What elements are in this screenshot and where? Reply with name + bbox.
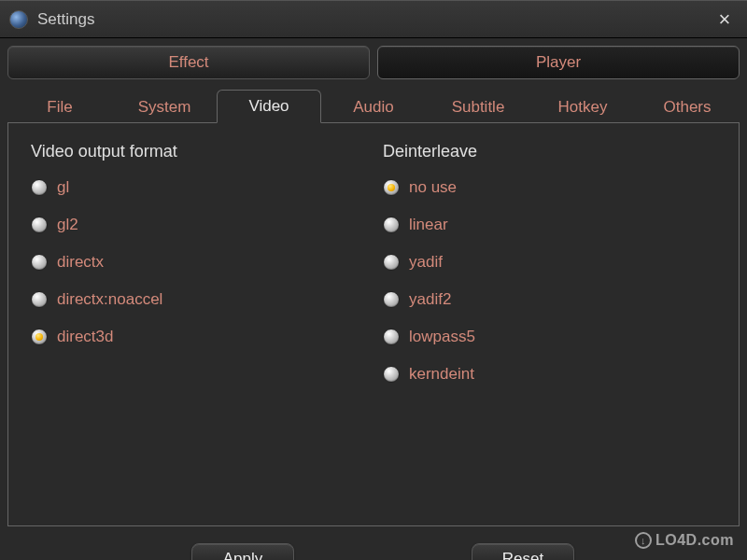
radio-label: yadif2 <box>409 290 451 309</box>
radio-direct3d[interactable]: direct3d <box>31 328 364 346</box>
radio-linear[interactable]: linear <box>383 216 716 234</box>
content-panel: Video output format gl gl2 directx direc… <box>7 123 740 526</box>
subtab-file[interactable]: File <box>7 90 112 123</box>
radio-label: yadif <box>409 253 443 272</box>
radio-no-use[interactable]: no use <box>383 178 716 197</box>
group-title-deinterleave: Deinterleave <box>383 142 716 161</box>
radio-label: directx <box>57 253 104 272</box>
radio-label: direct3d <box>57 328 113 346</box>
apply-button[interactable]: Apply <box>191 543 294 560</box>
app-icon <box>9 10 28 29</box>
radio-icon <box>31 291 48 308</box>
subtab-subtitle[interactable]: Subtitle <box>426 90 530 123</box>
radio-label: directx:noaccel <box>57 290 162 309</box>
radio-icon <box>383 217 400 233</box>
radio-icon <box>383 179 400 196</box>
subtab-system[interactable]: System <box>112 90 217 123</box>
close-icon: × <box>719 7 731 32</box>
radio-kerndeint[interactable]: kerndeint <box>383 365 716 384</box>
radio-icon <box>383 254 400 271</box>
group-video-output: Video output format gl gl2 directx direc… <box>31 142 364 507</box>
reset-button[interactable]: Reset <box>472 543 574 560</box>
radio-directx-noaccel[interactable]: directx:noaccel <box>31 290 364 309</box>
radio-icon <box>31 217 48 233</box>
radio-icon <box>31 179 48 196</box>
group-title-output: Video output format <box>31 142 364 161</box>
group-deinterleave: Deinterleave no use linear yadif yadif2 … <box>383 142 716 507</box>
subtab-video[interactable]: Video <box>217 90 321 123</box>
radio-label: lowpass5 <box>409 328 475 346</box>
radio-label: no use <box>409 178 457 197</box>
subtab-others[interactable]: Others <box>635 90 740 123</box>
subtab-audio[interactable]: Audio <box>321 90 426 123</box>
tab-effect[interactable]: Effect <box>7 46 370 79</box>
radio-yadif2[interactable]: yadif2 <box>383 290 716 309</box>
radio-label: linear <box>409 216 448 234</box>
radio-label: gl2 <box>57 216 78 234</box>
tab-player[interactable]: Player <box>377 46 740 79</box>
primary-tab-row: Effect Player <box>0 38 747 83</box>
window-title: Settings <box>37 10 94 29</box>
radio-icon <box>31 254 48 271</box>
titlebar: Settings × <box>0 1 747 38</box>
subtab-hotkey[interactable]: Hotkey <box>530 90 635 123</box>
radio-directx[interactable]: directx <box>31 253 364 272</box>
radio-icon <box>383 291 400 308</box>
close-button[interactable]: × <box>712 7 738 33</box>
radio-icon <box>383 366 400 383</box>
sub-tab-row: File System Video Audio Subtitle Hotkey … <box>0 83 747 122</box>
radio-label: gl <box>57 178 69 197</box>
radio-icon <box>383 329 400 345</box>
radio-gl[interactable]: gl <box>31 178 364 197</box>
radio-label: kerndeint <box>409 365 474 384</box>
radio-gl2[interactable]: gl2 <box>31 216 364 234</box>
radio-yadif[interactable]: yadif <box>383 253 716 272</box>
settings-window: Settings × Effect Player File System Vid… <box>0 0 747 560</box>
radio-icon <box>31 329 48 345</box>
radio-lowpass5[interactable]: lowpass5 <box>383 328 716 346</box>
button-row: Apply Reset <box>0 534 747 560</box>
